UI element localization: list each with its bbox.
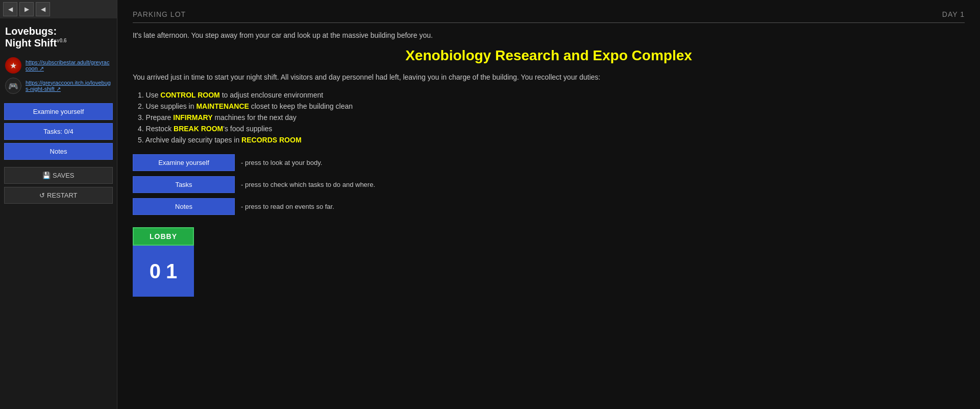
forward-button[interactable]: ▶	[19, 2, 34, 16]
notes-command-row: Notes - press to read on events so far.	[133, 198, 965, 215]
main-content: PARKING LOT DAY 1 It's late afternoon. Y…	[117, 0, 980, 409]
subscribestar-icon: ★	[5, 57, 21, 74]
infirmary-highlight: INFIRMARY	[173, 113, 212, 122]
duty-1: 1. Use CONTROL ROOM to adjust enclosure …	[138, 91, 965, 99]
arrival-text: You arrived just in time to start your n…	[133, 72, 965, 83]
notes-cmd-button[interactable]: Notes	[133, 198, 235, 215]
restart-button[interactable]: ↺ RESTART	[4, 187, 113, 204]
maintenance-highlight: MAINTENANCE	[196, 102, 249, 110]
records-room-highlight: RECORDS ROOM	[241, 136, 301, 144]
day-indicator: DAY 1	[942, 10, 965, 18]
tasks-cmd-button[interactable]: Tasks	[133, 176, 235, 193]
duty-5: 5. Archive daily security tapes in RECOR…	[138, 136, 965, 144]
examine-yourself-button[interactable]: Examine yourself	[4, 103, 113, 120]
location-bar: PARKING LOT DAY 1	[133, 10, 965, 23]
duty-3: 3. Prepare INFIRMARY machines for the ne…	[138, 113, 965, 122]
sidebar: ◀ ▶ ◀ Lovebugs: Night Shiftv0.6 ★ https:…	[0, 0, 117, 409]
notes-button[interactable]: Notes	[4, 143, 113, 160]
subscribestar-link[interactable]: https://subscribestar.adult/greyraccoon …	[26, 59, 112, 72]
examine-yourself-cmd-desc: - press to look at your body.	[241, 159, 322, 166]
saves-restart: 💾 SAVES ↺ RESTART	[0, 165, 117, 206]
duty-2: 2. Use supplies in MAINTENANCE closet to…	[138, 102, 965, 110]
examine-command-row: Examine yourself - press to look at your…	[133, 154, 965, 171]
tasks-cmd-desc: - press to check which tasks to do and w…	[241, 181, 375, 188]
intro-text: It's late afternoon. You step away from …	[133, 31, 965, 39]
back-button[interactable]: ◀	[3, 2, 17, 16]
sidebar-navigation: ◀ ▶ ◀	[0, 0, 117, 18]
title-line1: Lovebugs:	[5, 26, 112, 37]
itch-link[interactable]: https://greyraccoon.itch.io/lovebugs-nig…	[26, 80, 112, 92]
itch-icon: 🎮	[5, 78, 21, 94]
tasks-command-row: Tasks - press to check which tasks to do…	[133, 176, 965, 193]
notes-cmd-desc: - press to read on events so far.	[241, 203, 334, 210]
building-title: Xenobiology Research and Expo Complex	[133, 47, 965, 64]
nav-digit-1: 0	[150, 260, 161, 283]
break-room-highlight: BREAK ROOM	[174, 125, 223, 133]
saves-button[interactable]: 💾 SAVES	[4, 167, 113, 184]
tasks-button[interactable]: Tasks: 0/4	[4, 123, 113, 140]
subscribestar-link-row: ★ https://subscribestar.adult/greyraccoo…	[5, 57, 112, 74]
navigation-section: LOBBY 0 1	[133, 227, 965, 297]
nav-tile: 0 1	[133, 246, 194, 297]
app-title: Lovebugs: Night Shiftv0.6	[0, 18, 117, 53]
control-room-highlight: CONTROL ROOM	[160, 91, 219, 99]
itch-link-row: 🎮 https://greyraccoon.itch.io/lovebugs-n…	[5, 78, 112, 94]
menu-button[interactable]: ◀	[36, 2, 50, 16]
duty-4: 4. Restock BREAK ROOM's food supplies	[138, 125, 965, 133]
lobby-button[interactable]: LOBBY	[133, 227, 194, 246]
action-buttons: Examine yourself Tasks: 0/4 Notes	[0, 98, 117, 165]
duties-list: 1. Use CONTROL ROOM to adjust enclosure …	[133, 91, 965, 144]
title-line2: Night Shiftv0.6	[5, 37, 112, 49]
command-buttons: Examine yourself - press to look at your…	[133, 154, 965, 215]
location-name: PARKING LOT	[133, 10, 186, 18]
examine-yourself-cmd-button[interactable]: Examine yourself	[133, 154, 235, 171]
nav-digit-2: 1	[166, 260, 177, 283]
links-area: ★ https://subscribestar.adult/greyraccoo…	[0, 53, 117, 98]
